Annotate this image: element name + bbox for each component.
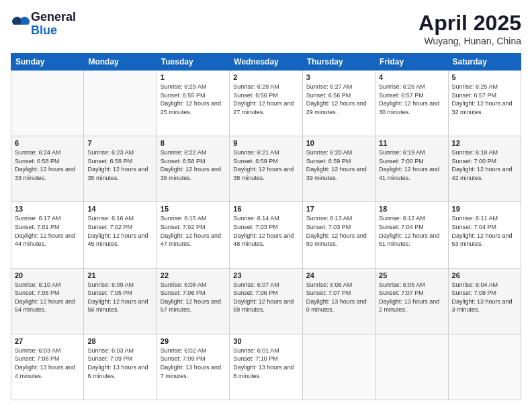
day-info: Sunrise: 6:27 AMSunset: 6:56 PMDaylight:… bbox=[306, 83, 371, 116]
table-row: 15Sunrise: 6:15 AMSunset: 7:02 PMDayligh… bbox=[157, 202, 229, 268]
day-info: Sunrise: 6:15 AMSunset: 7:02 PMDaylight:… bbox=[161, 214, 226, 248]
day-info: Sunrise: 6:10 AMSunset: 7:05 PMDaylight:… bbox=[15, 281, 80, 314]
col-friday: Friday bbox=[375, 54, 448, 71]
day-number: 15 bbox=[161, 205, 226, 213]
table-row: 19Sunrise: 6:11 AMSunset: 7:04 PMDayligh… bbox=[448, 202, 521, 268]
table-row: 30Sunrise: 6:01 AMSunset: 7:10 PMDayligh… bbox=[230, 334, 302, 400]
col-sunday: Sunday bbox=[11, 54, 84, 71]
day-info: Sunrise: 6:09 AMSunset: 7:05 PMDaylight:… bbox=[87, 281, 152, 314]
table-row: 5Sunrise: 6:25 AMSunset: 6:57 PMDaylight… bbox=[448, 71, 521, 136]
day-info: Sunrise: 6:07 AMSunset: 7:06 PMDaylight:… bbox=[233, 281, 298, 314]
day-info: Sunrise: 6:23 AMSunset: 6:58 PMDaylight:… bbox=[87, 148, 152, 182]
page: General Blue April 2025 Wuyang, Hunan, C… bbox=[0, 0, 532, 411]
day-info: Sunrise: 6:28 AMSunset: 6:56 PMDaylight:… bbox=[233, 83, 298, 116]
day-number: 6 bbox=[15, 139, 80, 147]
table-row: 18Sunrise: 6:12 AMSunset: 7:04 PMDayligh… bbox=[375, 202, 448, 268]
table-row: 28Sunrise: 6:03 AMSunset: 7:09 PMDayligh… bbox=[84, 334, 157, 400]
calendar-table: Sunday Monday Tuesday Wednesday Thursday… bbox=[11, 53, 521, 400]
day-number: 25 bbox=[379, 271, 444, 279]
day-number: 21 bbox=[87, 271, 152, 279]
table-row: 1Sunrise: 6:29 AMSunset: 6:55 PMDaylight… bbox=[157, 71, 229, 136]
day-number: 5 bbox=[452, 73, 517, 81]
day-info: Sunrise: 6:20 AMSunset: 6:59 PMDaylight:… bbox=[306, 148, 371, 182]
day-info: Sunrise: 6:18 AMSunset: 7:00 PMDaylight:… bbox=[452, 148, 517, 182]
col-monday: Monday bbox=[84, 54, 157, 71]
col-tuesday: Tuesday bbox=[157, 54, 229, 71]
day-number: 10 bbox=[306, 139, 371, 147]
table-row: 13Sunrise: 6:17 AMSunset: 7:01 PMDayligh… bbox=[11, 202, 84, 268]
day-number: 23 bbox=[233, 271, 298, 279]
day-info: Sunrise: 6:06 AMSunset: 7:07 PMDaylight:… bbox=[306, 281, 371, 314]
col-wednesday: Wednesday bbox=[230, 54, 302, 71]
day-number: 4 bbox=[379, 73, 444, 81]
table-row: 4Sunrise: 6:26 AMSunset: 6:57 PMDaylight… bbox=[375, 71, 448, 136]
logo-text: General Blue bbox=[31, 11, 76, 38]
day-info: Sunrise: 6:19 AMSunset: 7:00 PMDaylight:… bbox=[379, 148, 444, 182]
logo: General Blue bbox=[11, 11, 76, 38]
table-row: 22Sunrise: 6:08 AMSunset: 7:06 PMDayligh… bbox=[157, 268, 229, 334]
table-row bbox=[375, 334, 448, 400]
day-number: 1 bbox=[161, 73, 226, 81]
table-row: 21Sunrise: 6:09 AMSunset: 7:05 PMDayligh… bbox=[84, 268, 157, 334]
day-info: Sunrise: 6:11 AMSunset: 7:04 PMDaylight:… bbox=[452, 214, 517, 248]
table-row: 3Sunrise: 6:27 AMSunset: 6:56 PMDaylight… bbox=[302, 71, 375, 136]
logo-general-text: General bbox=[31, 11, 76, 24]
day-info: Sunrise: 6:17 AMSunset: 7:01 PMDaylight:… bbox=[15, 214, 80, 248]
day-info: Sunrise: 6:13 AMSunset: 7:03 PMDaylight:… bbox=[306, 214, 371, 248]
day-number: 26 bbox=[452, 271, 517, 279]
day-number: 17 bbox=[306, 205, 371, 213]
day-info: Sunrise: 6:02 AMSunset: 7:09 PMDaylight:… bbox=[161, 347, 226, 380]
table-row bbox=[302, 334, 375, 400]
day-number: 14 bbox=[87, 205, 152, 213]
day-info: Sunrise: 6:16 AMSunset: 7:02 PMDaylight:… bbox=[87, 214, 152, 248]
table-row: 8Sunrise: 6:22 AMSunset: 6:58 PMDaylight… bbox=[157, 136, 229, 202]
day-number: 8 bbox=[161, 139, 226, 147]
table-row bbox=[448, 334, 521, 400]
logo-blue-text: Blue bbox=[31, 24, 76, 38]
table-row: 9Sunrise: 6:21 AMSunset: 6:59 PMDaylight… bbox=[230, 136, 302, 202]
day-number: 19 bbox=[452, 205, 517, 213]
day-number: 13 bbox=[15, 205, 80, 213]
table-row: 7Sunrise: 6:23 AMSunset: 6:58 PMDaylight… bbox=[84, 136, 157, 202]
calendar-week-row: 20Sunrise: 6:10 AMSunset: 7:05 PMDayligh… bbox=[11, 268, 521, 334]
table-row: 12Sunrise: 6:18 AMSunset: 7:00 PMDayligh… bbox=[448, 136, 521, 202]
col-thursday: Thursday bbox=[302, 54, 375, 71]
day-number: 12 bbox=[452, 139, 517, 147]
day-number: 2 bbox=[233, 73, 298, 81]
day-info: Sunrise: 6:24 AMSunset: 6:58 PMDaylight:… bbox=[15, 148, 80, 182]
day-info: Sunrise: 6:03 AMSunset: 7:08 PMDaylight:… bbox=[15, 347, 80, 380]
day-number: 16 bbox=[233, 205, 298, 213]
table-row: 23Sunrise: 6:07 AMSunset: 7:06 PMDayligh… bbox=[230, 268, 302, 334]
day-info: Sunrise: 6:26 AMSunset: 6:57 PMDaylight:… bbox=[379, 83, 444, 116]
table-row bbox=[11, 71, 84, 136]
day-number: 24 bbox=[306, 271, 371, 279]
day-number: 18 bbox=[379, 205, 444, 213]
title-area: April 2025 Wuyang, Hunan, China bbox=[418, 11, 521, 46]
table-row: 25Sunrise: 6:05 AMSunset: 7:07 PMDayligh… bbox=[375, 268, 448, 334]
table-row: 11Sunrise: 6:19 AMSunset: 7:00 PMDayligh… bbox=[375, 136, 448, 202]
day-info: Sunrise: 6:22 AMSunset: 6:58 PMDaylight:… bbox=[161, 148, 226, 182]
day-info: Sunrise: 6:12 AMSunset: 7:04 PMDaylight:… bbox=[379, 214, 444, 248]
table-row: 26Sunrise: 6:04 AMSunset: 7:08 PMDayligh… bbox=[448, 268, 521, 334]
table-row: 29Sunrise: 6:02 AMSunset: 7:09 PMDayligh… bbox=[157, 334, 229, 400]
day-info: Sunrise: 6:04 AMSunset: 7:08 PMDaylight:… bbox=[452, 281, 517, 314]
day-info: Sunrise: 6:03 AMSunset: 7:09 PMDaylight:… bbox=[87, 347, 152, 380]
calendar-week-row: 13Sunrise: 6:17 AMSunset: 7:01 PMDayligh… bbox=[11, 202, 521, 268]
day-number: 11 bbox=[379, 139, 444, 147]
day-number: 28 bbox=[87, 337, 152, 345]
table-row: 17Sunrise: 6:13 AMSunset: 7:03 PMDayligh… bbox=[302, 202, 375, 268]
day-info: Sunrise: 6:29 AMSunset: 6:55 PMDaylight:… bbox=[161, 83, 226, 116]
day-info: Sunrise: 6:25 AMSunset: 6:57 PMDaylight:… bbox=[452, 83, 517, 116]
day-info: Sunrise: 6:05 AMSunset: 7:07 PMDaylight:… bbox=[379, 281, 444, 314]
logo-icon bbox=[12, 13, 31, 32]
table-row: 2Sunrise: 6:28 AMSunset: 6:56 PMDaylight… bbox=[230, 71, 302, 136]
table-row: 14Sunrise: 6:16 AMSunset: 7:02 PMDayligh… bbox=[84, 202, 157, 268]
day-info: Sunrise: 6:08 AMSunset: 7:06 PMDaylight:… bbox=[161, 281, 226, 314]
calendar-header-row: Sunday Monday Tuesday Wednesday Thursday… bbox=[11, 54, 521, 71]
location: Wuyang, Hunan, China bbox=[418, 36, 521, 46]
day-number: 22 bbox=[161, 271, 226, 279]
calendar-week-row: 6Sunrise: 6:24 AMSunset: 6:58 PMDaylight… bbox=[11, 136, 521, 202]
table-row: 24Sunrise: 6:06 AMSunset: 7:07 PMDayligh… bbox=[302, 268, 375, 334]
day-number: 27 bbox=[15, 337, 80, 345]
day-number: 3 bbox=[306, 73, 371, 81]
